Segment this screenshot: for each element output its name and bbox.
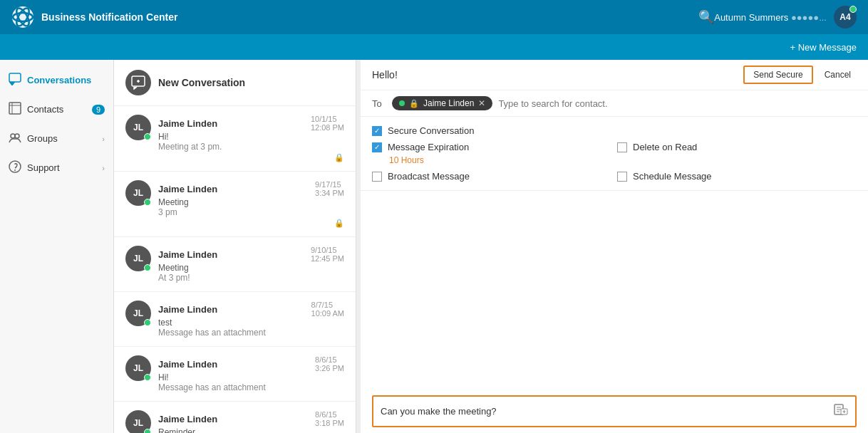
sidebar-item-groups[interactable]: Groups › (0, 124, 113, 153)
svg-point-8 (11, 134, 15, 138)
conv-content: Jaime Linden 10/1/1512:08 PM Hi! Meeting… (158, 115, 344, 162)
main-layout: Conversations Contacts 9 Groups (0, 60, 868, 433)
schedule-message-label: Schedule Message (633, 171, 712, 182)
app-title: Business Notification Center (41, 11, 684, 23)
sidebar-item-conversations[interactable]: Conversations (0, 66, 113, 95)
to-search-input[interactable] (498, 98, 857, 109)
sidebar-contacts-label: Contacts (27, 104, 63, 115)
conv-content: Jaime Linden 8/7/1510:09 AM test Message… (158, 301, 344, 338)
to-label: To (372, 98, 386, 109)
conversation-item[interactable]: JL Jaime Linden 9/17/153:34 PM Meeting 3… (114, 172, 356, 237)
online-indicator (849, 6, 857, 13)
compose-actions: Send Secure Cancel (743, 66, 857, 84)
conversation-item[interactable]: JL Jaime Linden 8/6/153:26 PM Hi! Messag… (114, 347, 356, 402)
conv-preview: At 3 pm! (158, 273, 344, 283)
sidebar-groups-label: Groups (27, 133, 58, 144)
conv-date: 9/10/1512:45 PM (311, 246, 344, 263)
header-user: Autumn Summers ●●●●●... A4 (714, 6, 857, 28)
groups-chevron-icon: › (102, 135, 105, 143)
conv-date: 8/6/153:26 PM (315, 355, 344, 372)
conversation-item[interactable]: JL Jaime Linden 9/10/1512:45 PM Meeting … (114, 237, 356, 292)
compose-spacer (361, 191, 868, 390)
svg-rect-5 (9, 103, 21, 114)
svg-point-9 (15, 134, 19, 138)
online-dot (144, 199, 151, 206)
option-row-expiration: Message Expiration Delete on Read (372, 142, 857, 152)
sidebar-support-label: Support (27, 162, 60, 173)
delete-on-read-label: Delete on Read (633, 142, 697, 152)
online-dot (144, 264, 151, 271)
recipient-online-dot (399, 100, 405, 106)
option-row-secure: Secure Conversation (372, 125, 857, 136)
options-area: Secure Conversation Message Expiration D… (361, 117, 868, 191)
conv-name-row: Jaime Linden 9/10/1512:45 PM (158, 246, 344, 263)
expiration-col: Message Expiration (372, 142, 611, 152)
conv-name: Jaime Linden (158, 118, 217, 129)
att-logo (11, 6, 34, 28)
sidebar-item-contacts[interactable]: Contacts 9 (0, 95, 113, 124)
conv-items-container: JL Jaime Linden 10/1/1512:08 PM Hi! Meet… (114, 106, 356, 433)
contacts-icon (9, 102, 21, 117)
schedule-message-checkbox[interactable] (617, 172, 627, 182)
message-input[interactable] (381, 406, 834, 417)
conv-date: 8/7/1510:09 AM (311, 301, 344, 318)
new-message-button[interactable]: + New Message (790, 42, 857, 53)
conv-subject: Meeting (158, 197, 344, 207)
broadcast-col: Broadcast Message (372, 171, 611, 182)
recipient-lock-icon: 🔒 (409, 99, 419, 108)
contacts-badge: 9 (92, 105, 105, 115)
conv-avatar: JL (125, 355, 151, 381)
conv-avatar: JL (125, 180, 151, 206)
conv-content: Jaime Linden 9/10/1512:45 PM Meeting At … (158, 246, 344, 283)
message-compose-area (372, 395, 857, 427)
conv-list-header: New Conversation (114, 60, 356, 106)
recipient-chip: 🔒 Jaime Linden ✕ (392, 96, 492, 110)
recipient-remove-button[interactable]: ✕ (478, 98, 485, 108)
broadcast-message-checkbox[interactable] (372, 172, 382, 182)
secure-conversation-label: Secure Conversation (388, 125, 474, 136)
cancel-button[interactable]: Cancel (819, 66, 857, 84)
search-icon[interactable]: 🔍 (698, 9, 714, 25)
conv-content: Jaime Linden 8/6/153:18 PM Reminder Meet… (158, 410, 344, 433)
compose-title: Hello! (372, 69, 398, 80)
to-row: To 🔒 Jaime Linden ✕ (361, 90, 868, 117)
conv-avatar: JL (125, 246, 151, 271)
sidebar: Conversations Contacts 9 Groups (0, 60, 114, 433)
conv-date: 9/17/153:34 PM (315, 180, 344, 197)
conversation-item[interactable]: JL Jaime Linden 10/1/1512:08 PM Hi! Meet… (114, 106, 356, 172)
conv-subject: test (158, 318, 344, 328)
delete-on-read-checkbox[interactable] (617, 142, 627, 152)
broadcast-message-label: Broadcast Message (388, 171, 470, 182)
conv-list-title: New Conversation (158, 77, 245, 88)
conv-date: 8/6/153:18 PM (315, 410, 344, 427)
sidebar-item-support[interactable]: Support › (0, 153, 113, 182)
support-chevron-icon: › (102, 164, 105, 172)
avatar[interactable]: A4 (834, 6, 857, 28)
conv-name-row: Jaime Linden 10/1/1512:08 PM (158, 115, 344, 132)
conv-subject: Reminder (158, 427, 344, 433)
conv-avatar: JL (125, 410, 151, 433)
conversations-icon (9, 73, 21, 88)
conv-subject: Hi! (158, 372, 344, 382)
compose-header: Hello! Send Secure Cancel (361, 60, 868, 90)
online-dot (144, 133, 151, 140)
conv-preview: 3 pm (158, 207, 344, 217)
conv-date: 10/1/1512:08 PM (311, 115, 344, 132)
online-dot (144, 429, 151, 433)
svg-point-11 (14, 169, 16, 171)
conv-name: Jaime Linden (158, 359, 217, 370)
attach-icon[interactable] (834, 402, 848, 420)
app-header: Business Notification Center 🔍 Autumn Su… (0, 0, 868, 34)
recipient-name: Jaime Linden (423, 98, 474, 108)
new-message-bar: + New Message (0, 34, 868, 60)
send-secure-button[interactable]: Send Secure (743, 66, 812, 84)
conv-name: Jaime Linden (158, 414, 217, 424)
secure-conversation-checkbox[interactable] (372, 126, 382, 136)
option-row-broadcast: Broadcast Message Schedule Message (372, 171, 857, 182)
conversation-item[interactable]: JL Jaime Linden 8/7/1510:09 AM test Mess… (114, 292, 356, 347)
conv-content: Jaime Linden 9/17/153:34 PM Meeting 3 pm… (158, 180, 344, 228)
schedule-col: Schedule Message (617, 171, 857, 182)
conversation-list: New Conversation JL Jaime Linden 10/1/15… (114, 60, 356, 433)
conversation-item[interactable]: JL Jaime Linden 8/6/153:18 PM Reminder M… (114, 402, 356, 433)
message-expiration-checkbox[interactable] (372, 142, 382, 152)
